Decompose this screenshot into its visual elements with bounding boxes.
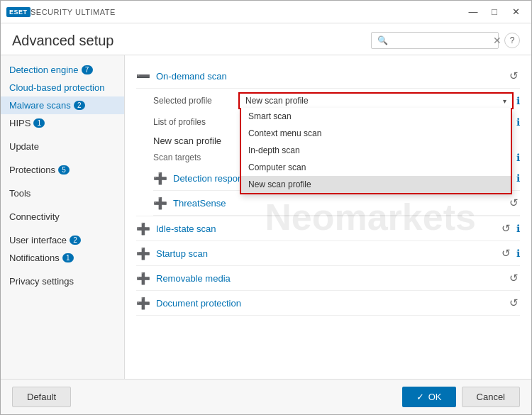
- search-box[interactable]: 🔍 ✕: [371, 32, 499, 49]
- minimize-button[interactable]: —: [463, 5, 483, 19]
- search-icon: 🔍: [377, 35, 388, 45]
- startup-scan-row[interactable]: ➕ Startup scan ↺ ℹ: [136, 241, 520, 266]
- on-demand-scan-title: On-demand scan: [156, 71, 508, 82]
- search-input[interactable]: [391, 35, 490, 45]
- protections-badge: 5: [58, 165, 70, 175]
- idle-state-scan-row[interactable]: ➕ Idle-state scan ↺ ℹ: [136, 216, 520, 241]
- document-protection-reset-icon[interactable]: ↺: [508, 295, 520, 311]
- threatsense-row[interactable]: ➕ ThreatSense ↺: [153, 191, 520, 216]
- on-demand-scan-collapse-icon[interactable]: ➖: [136, 70, 150, 83]
- detection-responses-expand-icon[interactable]: ➕: [153, 172, 167, 185]
- list-of-profiles-info-icon[interactable]: ℹ: [516, 116, 520, 128]
- sidebar-item-user-interface[interactable]: User interface 2: [1, 231, 124, 249]
- sidebar-item-label: Protections: [9, 165, 55, 175]
- help-button[interactable]: ?: [504, 33, 520, 48]
- sidebar-item-label: Tools: [9, 188, 31, 199]
- sidebar-item-label: Malware scans: [9, 100, 71, 111]
- sidebar-item-label: User interface: [9, 235, 67, 245]
- dropdown-option-computer-scan[interactable]: Computer scan: [241, 159, 511, 176]
- sidebar-item-label: Connectivity: [9, 211, 60, 222]
- removable-media-reset-icon[interactable]: ↺: [508, 270, 520, 286]
- list-of-profiles-label: List of profiles: [153, 117, 238, 127]
- threatsense-expand-icon[interactable]: ➕: [153, 197, 167, 210]
- on-demand-scan-subsection: Selected profile New scan profile ▾ Smar…: [136, 89, 520, 216]
- profile-dropdown-menu: Smart scan Context menu scan In-depth sc…: [240, 108, 512, 194]
- on-demand-scan-reset-icon[interactable]: ↺: [508, 68, 520, 84]
- removable-media-expand-icon[interactable]: ➕: [136, 272, 150, 285]
- selected-profile-row: Selected profile New scan profile ▾ Smar…: [153, 89, 520, 113]
- sidebar-item-protections[interactable]: Protections 5: [1, 161, 124, 179]
- selected-profile-info-icon[interactable]: ℹ: [516, 95, 520, 106]
- cancel-button[interactable]: Cancel: [462, 387, 520, 407]
- titlebar: ESET SECURITY ULTIMATE — □ ✕: [1, 1, 531, 23]
- hips-badge: 1: [33, 118, 45, 128]
- footer: Default ✓ OK Cancel: [1, 379, 531, 414]
- ok-icon: ✓: [416, 392, 424, 402]
- dropdown-option-in-depth-scan[interactable]: In-depth scan: [241, 142, 511, 159]
- ok-button[interactable]: ✓ OK: [402, 387, 456, 407]
- removable-media-actions: ↺: [508, 270, 520, 286]
- eset-logo-text: ESET: [6, 7, 31, 17]
- titlebar-title: SECURITY ULTIMATE: [31, 8, 463, 16]
- malware-scans-badge: 2: [74, 101, 85, 110]
- sidebar-item-label: Detection engine: [9, 65, 79, 75]
- idle-state-scan-info-icon[interactable]: ℹ: [516, 223, 520, 234]
- sidebar-item-cloud-based-protection[interactable]: Cloud-based protection: [1, 79, 124, 96]
- ok-label: OK: [428, 392, 442, 402]
- app-logo: ESET: [6, 6, 26, 18]
- footer-right: ✓ OK Cancel: [402, 387, 520, 407]
- sidebar-item-notifications[interactable]: Notifications 1: [1, 249, 124, 267]
- sidebar-item-label: Notifications: [9, 253, 60, 263]
- removable-media-row[interactable]: ➕ Removable media ↺: [136, 266, 520, 291]
- page-title: Advanced setup: [12, 33, 113, 49]
- sidebar-item-connectivity[interactable]: Connectivity: [1, 208, 124, 226]
- selected-profile-label: Selected profile: [153, 96, 238, 106]
- document-protection-actions: ↺: [508, 295, 520, 311]
- detection-engine-badge: 7: [82, 65, 93, 74]
- header: Advanced setup 🔍 ✕ ?: [1, 23, 531, 55]
- scan-targets-info-icon[interactable]: ℹ: [516, 152, 520, 163]
- startup-scan-expand-icon[interactable]: ➕: [136, 247, 150, 260]
- threatsense-title: ThreatSense: [173, 198, 508, 209]
- profile-dropdown: New scan profile ▾ Smart scan Context me…: [238, 92, 520, 109]
- maximize-button[interactable]: □: [484, 5, 504, 19]
- dropdown-option-smart-scan[interactable]: Smart scan: [241, 108, 511, 125]
- sidebar-item-malware-scans[interactable]: Malware scans 2: [1, 96, 124, 114]
- idle-state-scan-expand-icon[interactable]: ➕: [136, 222, 150, 236]
- close-button[interactable]: ✕: [506, 5, 526, 19]
- user-interface-badge: 2: [70, 236, 81, 245]
- sidebar-item-label: Cloud-based protection: [9, 82, 104, 93]
- idle-state-scan-actions: ↺ ℹ: [500, 221, 520, 236]
- startup-scan-title: Startup scan: [156, 248, 500, 259]
- threatsense-actions: ↺: [508, 195, 520, 211]
- document-protection-expand-icon[interactable]: ➕: [136, 297, 150, 310]
- notifications-badge: 1: [62, 253, 74, 262]
- detection-responses-info-icon[interactable]: ℹ: [516, 172, 520, 184]
- sidebar-item-update[interactable]: Update: [1, 138, 124, 155]
- on-demand-scan-row[interactable]: ➖ On-demand scan ↺: [136, 64, 520, 89]
- on-demand-scan-actions: ↺: [508, 68, 520, 84]
- sidebar-item-label: HIPS: [9, 118, 31, 128]
- document-protection-title: Document protection: [156, 298, 508, 309]
- search-clear-icon[interactable]: ✕: [493, 35, 501, 46]
- sidebar-item-hips[interactable]: HIPS 1: [1, 114, 124, 132]
- sidebar-item-privacy-settings[interactable]: Privacy settings: [1, 272, 124, 290]
- main-content: Detection engine 7 Cloud-based protectio…: [1, 55, 531, 379]
- document-protection-row[interactable]: ➕ Document protection ↺: [136, 291, 520, 316]
- scan-targets-label: Scan targets: [153, 153, 201, 162]
- sidebar-item-tools[interactable]: Tools: [1, 184, 124, 202]
- startup-scan-reset-icon[interactable]: ↺: [500, 245, 512, 261]
- main-window: ESET SECURITY ULTIMATE — □ ✕ Advanced se…: [0, 0, 532, 415]
- dropdown-option-context-menu-scan[interactable]: Context menu scan: [241, 125, 511, 142]
- threatsense-reset-icon[interactable]: ↺: [508, 195, 520, 211]
- startup-scan-actions: ↺ ℹ: [500, 245, 520, 261]
- startup-scan-info-icon[interactable]: ℹ: [516, 248, 520, 259]
- sidebar-item-label: Privacy settings: [9, 276, 74, 287]
- profile-dropdown-box[interactable]: New scan profile ▾ Smart scan Context me…: [238, 92, 514, 109]
- header-right: 🔍 ✕ ?: [371, 32, 520, 49]
- default-button[interactable]: Default: [12, 387, 71, 407]
- sidebar-item-detection-engine[interactable]: Detection engine 7: [1, 61, 124, 79]
- dropdown-arrow-icon: ▾: [503, 97, 506, 105]
- dropdown-option-new-scan-profile[interactable]: New scan profile: [241, 176, 511, 193]
- idle-state-scan-reset-icon[interactable]: ↺: [500, 221, 512, 236]
